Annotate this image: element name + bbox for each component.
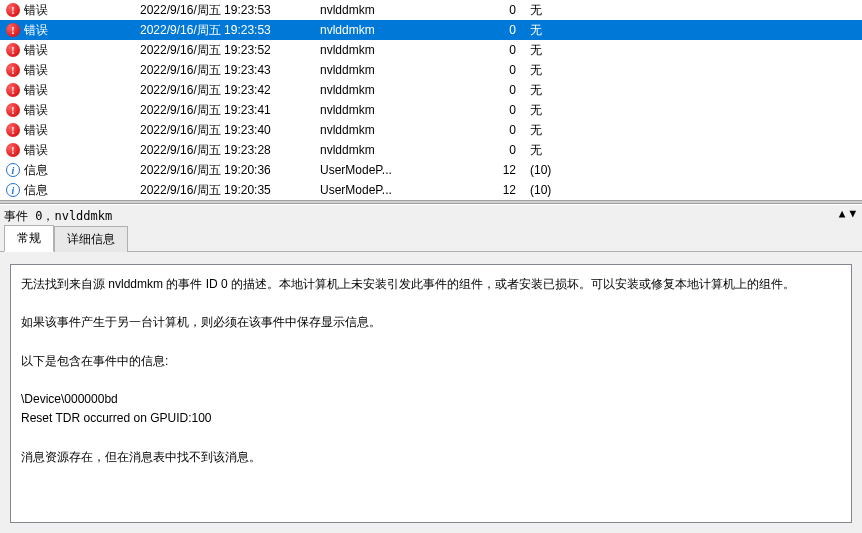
event-row[interactable]: !错误2022/9/16/周五 19:23:52nvlddmkm0无 (0, 40, 862, 60)
details-header: 事件 0，nvlddmkm ▲ ▼ (0, 205, 862, 227)
event-row[interactable]: !错误2022/9/16/周五 19:23:42nvlddmkm0无 (0, 80, 862, 100)
event-row[interactable]: !错误2022/9/16/周五 19:23:41nvlddmkm0无 (0, 100, 862, 120)
info-icon: i (4, 183, 22, 197)
event-row[interactable]: !错误2022/9/16/周五 19:23:40nvlddmkm0无 (0, 120, 862, 140)
cell-source: nvlddmkm (320, 83, 492, 97)
cell-level: 错误 (22, 142, 140, 159)
cell-date: 2022/9/16/周五 19:23:42 (140, 82, 320, 99)
cell-task: 无 (516, 22, 542, 39)
cell-task: 无 (516, 82, 542, 99)
detail-line-6: 消息资源存在，但在消息表中找不到该消息。 (21, 450, 261, 464)
cell-source: nvlddmkm (320, 63, 492, 77)
detail-line-5: Reset TDR occurred on GPUID:100 (21, 411, 212, 425)
detail-line-1: 无法找到来自源 nvlddmkm 的事件 ID 0 的描述。本地计算机上未安装引… (21, 277, 795, 291)
cell-date: 2022/9/16/周五 19:23:53 (140, 2, 320, 19)
nav-icons: ▲ ▼ (839, 207, 856, 220)
error-icon: ! (4, 143, 22, 157)
details-title: 事件 0，nvlddmkm (4, 208, 112, 225)
cell-task: 无 (516, 142, 542, 159)
cell-id: 0 (492, 63, 516, 77)
event-row[interactable]: !错误2022/9/16/周五 19:23:43nvlddmkm0无 (0, 60, 862, 80)
cell-source: nvlddmkm (320, 123, 492, 137)
cell-date: 2022/9/16/周五 19:20:35 (140, 182, 320, 199)
cell-source: nvlddmkm (320, 23, 492, 37)
cell-level: 错误 (22, 42, 140, 59)
event-row[interactable]: !错误2022/9/16/周五 19:23:53nvlddmkm0无 (0, 20, 862, 40)
event-row[interactable]: !错误2022/9/16/周五 19:23:28nvlddmkm0无 (0, 140, 862, 160)
error-icon: ! (4, 103, 22, 117)
cell-date: 2022/9/16/周五 19:23:28 (140, 142, 320, 159)
info-icon: i (4, 163, 22, 177)
cell-id: 0 (492, 143, 516, 157)
event-row[interactable]: i信息2022/9/16/周五 19:20:36UserModeP...12(1… (0, 160, 862, 180)
cell-level: 错误 (22, 62, 140, 79)
detail-content: 无法找到来自源 nvlddmkm 的事件 ID 0 的描述。本地计算机上未安装引… (10, 264, 852, 523)
cell-source: nvlddmkm (320, 143, 492, 157)
cell-level: 信息 (22, 182, 140, 199)
cell-task: 无 (516, 2, 542, 19)
cell-date: 2022/9/16/周五 19:23:53 (140, 22, 320, 39)
cell-source: nvlddmkm (320, 3, 492, 17)
cell-id: 0 (492, 3, 516, 17)
cell-task: 无 (516, 62, 542, 79)
cell-level: 错误 (22, 22, 140, 39)
tab-bar: 常规 详细信息 (0, 227, 862, 251)
error-icon: ! (4, 23, 22, 37)
cell-date: 2022/9/16/周五 19:23:52 (140, 42, 320, 59)
cell-task: 无 (516, 42, 542, 59)
error-icon: ! (4, 63, 22, 77)
detail-line-2: 如果该事件产生于另一台计算机，则必须在该事件中保存显示信息。 (21, 315, 381, 329)
detail-content-wrap: 无法找到来自源 nvlddmkm 的事件 ID 0 的描述。本地计算机上未安装引… (0, 251, 862, 533)
nav-down-icon[interactable]: ▼ (849, 207, 856, 220)
detail-line-4: \Device\000000bd (21, 392, 118, 406)
cell-id: 0 (492, 123, 516, 137)
cell-level: 信息 (22, 162, 140, 179)
details-pane: 事件 0，nvlddmkm ▲ ▼ 常规 详细信息 无法找到来自源 nvlddm… (0, 204, 862, 533)
tab-details[interactable]: 详细信息 (54, 226, 128, 252)
nav-up-icon[interactable]: ▲ (839, 207, 846, 220)
tab-general[interactable]: 常规 (4, 225, 54, 252)
cell-source: nvlddmkm (320, 103, 492, 117)
error-icon: ! (4, 43, 22, 57)
cell-level: 错误 (22, 2, 140, 19)
event-list[interactable]: !错误2022/9/16/周五 19:23:53nvlddmkm0无!错误202… (0, 0, 862, 200)
cell-id: 0 (492, 23, 516, 37)
cell-id: 0 (492, 103, 516, 117)
cell-id: 12 (492, 183, 516, 197)
event-row[interactable]: i信息2022/9/16/周五 19:20:35UserModeP...12(1… (0, 180, 862, 200)
cell-level: 错误 (22, 122, 140, 139)
error-icon: ! (4, 3, 22, 17)
cell-date: 2022/9/16/周五 19:23:40 (140, 122, 320, 139)
cell-task: (10) (516, 163, 551, 177)
cell-level: 错误 (22, 102, 140, 119)
event-row[interactable]: !错误2022/9/16/周五 19:23:53nvlddmkm0无 (0, 0, 862, 20)
cell-task: 无 (516, 102, 542, 119)
cell-id: 0 (492, 83, 516, 97)
cell-task: 无 (516, 122, 542, 139)
cell-level: 错误 (22, 82, 140, 99)
cell-source: nvlddmkm (320, 43, 492, 57)
error-icon: ! (4, 83, 22, 97)
detail-line-3: 以下是包含在事件中的信息: (21, 354, 168, 368)
error-icon: ! (4, 123, 22, 137)
cell-date: 2022/9/16/周五 19:20:36 (140, 162, 320, 179)
cell-date: 2022/9/16/周五 19:23:41 (140, 102, 320, 119)
cell-date: 2022/9/16/周五 19:23:43 (140, 62, 320, 79)
cell-id: 0 (492, 43, 516, 57)
cell-source: UserModeP... (320, 163, 492, 177)
cell-id: 12 (492, 163, 516, 177)
cell-source: UserModeP... (320, 183, 492, 197)
cell-task: (10) (516, 183, 551, 197)
